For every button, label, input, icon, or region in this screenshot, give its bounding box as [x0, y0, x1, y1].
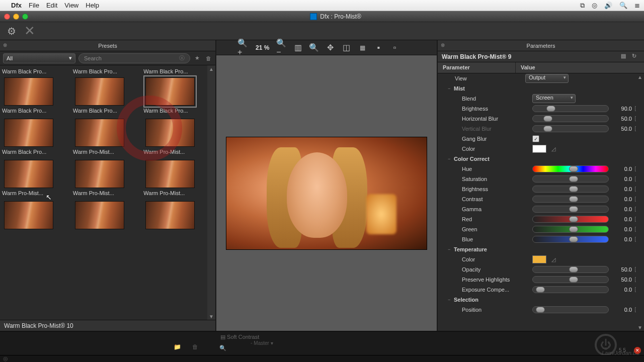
zoom-level[interactable]: 21 %	[254, 44, 271, 51]
delete-icon[interactable]: 🗑	[192, 343, 198, 350]
presets-scrollbar[interactable]: ▲ ▼	[207, 65, 215, 320]
cancel-x-icon[interactable]: ✕	[23, 25, 36, 38]
menu-edit[interactable]: Edit	[46, 2, 57, 9]
parameter-slider[interactable]	[532, 196, 609, 203]
single-view-icon[interactable]: ▪	[373, 42, 384, 53]
footer-close-button[interactable]: ✕	[634, 347, 641, 354]
parameter-value[interactable]: 0.0	[612, 236, 632, 242]
parameter-slider[interactable]	[532, 306, 609, 313]
settings-gear-icon[interactable]: ⚙	[5, 25, 18, 38]
group-toggle-icon[interactable]: −	[448, 86, 454, 91]
zoom-in-icon[interactable]: 🔍+	[237, 42, 249, 53]
parameter-value[interactable]: 50.0	[612, 277, 632, 283]
reset-icon[interactable]: ↻	[632, 53, 640, 61]
screen-record-icon[interactable]: ⧉	[580, 2, 585, 10]
footer-search-icon[interactable]: 🔍	[219, 345, 226, 351]
parameter-value[interactable]: 0.0	[612, 196, 632, 202]
parameter-slider[interactable]	[532, 276, 609, 283]
parameter-slider[interactable]	[532, 226, 609, 233]
menu-file[interactable]: File	[29, 2, 39, 9]
presets-close-icon[interactable]: ⊗	[3, 42, 10, 49]
preset-item[interactable]: Warm Pro-Mist...	[73, 160, 126, 200]
menu-list-icon[interactable]: ≣	[634, 2, 640, 9]
parameter-slider[interactable]	[532, 105, 609, 112]
menu-view[interactable]: View	[64, 2, 78, 9]
preset-item[interactable]	[73, 201, 126, 235]
slider-knob[interactable]	[569, 186, 578, 192]
spotlight-icon[interactable]: 🔍	[619, 2, 627, 9]
parameter-value[interactable]: 0.0	[612, 176, 632, 182]
parameter-slider[interactable]	[532, 115, 609, 122]
viewer-canvas[interactable]	[216, 55, 437, 331]
eyedropper-icon[interactable]: ◿	[549, 145, 557, 153]
scroll-down-arrow[interactable]: ▼	[209, 313, 214, 320]
slider-knob[interactable]	[546, 106, 555, 112]
slider-knob[interactable]	[569, 266, 578, 273]
slider-knob[interactable]	[569, 206, 578, 212]
app-name[interactable]: Dfx	[11, 2, 22, 9]
parameter-value[interactable]: 0.0	[612, 216, 632, 222]
parameters-close-icon[interactable]: ⊗	[441, 42, 448, 49]
preset-item[interactable]	[143, 201, 197, 235]
preset-item[interactable]: Warm Pro-Mist...	[73, 119, 126, 159]
slider-knob[interactable]	[569, 216, 578, 222]
slider-knob[interactable]	[569, 226, 578, 232]
parameter-select[interactable]: Output	[525, 74, 569, 83]
slider-knob[interactable]	[543, 116, 552, 122]
slider-knob[interactable]	[569, 166, 578, 172]
sync-icon[interactable]: ◎	[592, 2, 597, 9]
group-toggle-icon[interactable]: −	[448, 247, 454, 252]
group-toggle-icon[interactable]: −	[448, 156, 454, 161]
scroll-up-arrow[interactable]: ▲	[209, 65, 214, 72]
parameter-value[interactable]: 50.0	[612, 266, 632, 273]
trash-icon[interactable]: 🗑	[204, 54, 212, 62]
compare-icon[interactable]: ▦	[357, 42, 368, 53]
slider-knob[interactable]	[569, 236, 578, 242]
parameter-slider[interactable]	[532, 175, 609, 183]
preset-item[interactable]: Warm Pro-Mist...	[143, 160, 197, 200]
parameter-slider[interactable]	[532, 125, 609, 132]
menu-help[interactable]: Help	[86, 2, 99, 9]
parameter-slider[interactable]	[532, 266, 609, 273]
parameters-scrollbar[interactable]: ▲ ▼	[636, 73, 644, 331]
parameter-select[interactable]: Screen	[532, 94, 576, 103]
page-icon[interactable]: ▫	[389, 42, 400, 53]
parameter-slider[interactable]	[532, 206, 609, 213]
parameter-value[interactable]: 0.0	[612, 186, 632, 192]
volume-icon[interactable]: 🔊	[604, 2, 612, 9]
window-zoom-button[interactable]	[22, 14, 28, 20]
scroll-up-arrow[interactable]: ▲	[637, 73, 642, 80]
parameter-checkbox[interactable]: ✓	[532, 135, 539, 142]
preset-item[interactable]: Warm Black Pro...	[2, 77, 55, 118]
presets-search-input[interactable]: Search ⓧ	[78, 53, 190, 63]
slider-knob[interactable]	[543, 126, 552, 132]
parameter-slider[interactable]	[532, 286, 609, 293]
parameter-slider[interactable]	[532, 216, 609, 223]
preset-item[interactable]	[2, 201, 55, 235]
folder-icon[interactable]: 📁	[174, 343, 181, 350]
slider-knob[interactable]	[569, 277, 578, 283]
parameter-value[interactable]: 0.0	[612, 307, 632, 313]
eyedropper-icon[interactable]: ◿	[549, 255, 557, 263]
parameter-value[interactable]: 0.0	[612, 287, 632, 293]
fit-width-icon[interactable]: ▥	[292, 42, 303, 53]
parameter-value[interactable]: 90.0	[612, 106, 632, 112]
parameter-value[interactable]: 50.0	[612, 126, 632, 132]
color-swatch[interactable]	[532, 255, 546, 263]
parameter-slider[interactable]	[532, 236, 609, 243]
window-minimize-button[interactable]	[13, 14, 19, 20]
save-preset-icon[interactable]: ▤	[621, 53, 629, 61]
pan-icon[interactable]: ✥	[325, 42, 336, 53]
preset-item[interactable]: Warm Pro-Mist...	[143, 119, 197, 159]
slider-knob[interactable]	[569, 196, 578, 202]
zoom-out-icon[interactable]: 🔍−	[276, 42, 287, 53]
color-swatch[interactable]	[532, 145, 546, 153]
slider-knob[interactable]	[536, 287, 545, 293]
zoom-region-icon[interactable]: 🔍	[308, 42, 319, 53]
favorite-star-icon[interactable]: ★	[193, 54, 201, 62]
split-view-icon[interactable]: ◫	[341, 42, 352, 53]
group-toggle-icon[interactable]: −	[448, 297, 454, 302]
preset-item[interactable]: Warm Black Pro...	[73, 77, 126, 118]
slider-knob[interactable]	[569, 176, 578, 182]
parameter-value[interactable]: 0.0	[612, 206, 632, 212]
